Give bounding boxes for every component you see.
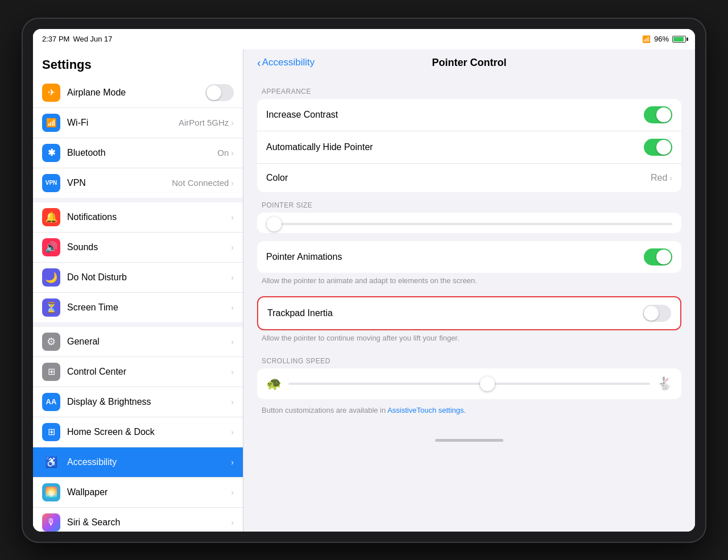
- sidebar-item-airplane[interactable]: ✈ Airplane Mode: [33, 78, 243, 108]
- general-label: General: [67, 337, 231, 347]
- pointer-animations-toggle[interactable]: [644, 248, 672, 266]
- color-label: Color: [266, 173, 651, 183]
- pointer-size-section-label: POINTER SIZE: [262, 201, 681, 209]
- color-row[interactable]: Color Red ›: [257, 164, 681, 192]
- wifi-label: Wi-Fi: [67, 118, 179, 128]
- wallpaper-chevron: ›: [231, 488, 234, 497]
- sidebar-item-screentime[interactable]: ⏳ Screen Time ›: [33, 293, 243, 322]
- color-value: Red ›: [651, 173, 672, 183]
- increase-contrast-row[interactable]: Increase Contrast: [257, 99, 681, 131]
- trackpad-inertia-section: Trackpad Inertia Allow the pointer to co…: [257, 296, 681, 348]
- battery-fill: [673, 37, 684, 42]
- homescreendock-icon: ⊞: [42, 423, 60, 441]
- screentime-chevron: ›: [231, 303, 234, 312]
- increase-contrast-toggle[interactable]: [644, 106, 672, 123]
- notifications-label: Notifications: [67, 212, 231, 222]
- pointer-animations-label: Pointer Animations: [266, 252, 644, 262]
- pointer-animations-card: Pointer Animations: [257, 241, 681, 273]
- trackpad-inertia-toggle[interactable]: [643, 305, 671, 322]
- status-bar: 2:37 PM Wed Jun 17 📶 96%: [33, 29, 695, 49]
- notifications-icon: 🔔: [42, 208, 60, 226]
- donotdisturb-chevron: ›: [231, 273, 234, 282]
- sidebar[interactable]: Settings ✈ Airplane Mode 📶: [33, 49, 243, 532]
- status-left: 2:37 PM Wed Jun 17: [42, 35, 113, 43]
- sounds-label: Sounds: [67, 242, 231, 252]
- color-chevron-icon: ›: [669, 173, 672, 182]
- scrolling-speed-card: 🐢 🐇: [257, 368, 681, 399]
- home-indicator: [243, 428, 695, 445]
- donotdisturb-icon: 🌙: [42, 268, 60, 287]
- scrolling-speed-slider[interactable]: [288, 383, 650, 385]
- back-label: Accessibility: [262, 57, 315, 68]
- sidebar-item-bluetooth[interactable]: ✱ Bluetooth On ›: [33, 138, 243, 168]
- sidebar-group-settings: ⚙ General › ⊞ Control Center ›: [33, 322, 243, 532]
- assistive-note: Button customizations are available in A…: [257, 399, 681, 414]
- scrolling-speed-track: [288, 383, 650, 385]
- bluetooth-chevron: ›: [231, 148, 234, 157]
- displaybrightness-icon: AA: [42, 393, 60, 411]
- airplane-label: Airplane Mode: [67, 88, 205, 98]
- date-display: Wed Jun 17: [73, 35, 112, 43]
- sounds-chevron: ›: [231, 243, 234, 252]
- time-display: 2:37 PM: [42, 35, 69, 43]
- sidebar-group-notifications: 🔔 Notifications › 🔊 Sounds ›: [33, 198, 243, 322]
- right-header: ‹ Accessibility Pointer Control: [243, 49, 695, 74]
- back-chevron-icon: ‹: [257, 56, 261, 69]
- trackpad-inertia-label: Trackpad Inertia: [267, 308, 643, 318]
- page-title: Pointer Control: [432, 57, 507, 69]
- right-panel: ‹ Accessibility Pointer Control APPEARAN…: [243, 49, 695, 532]
- sidebar-item-homescreendock[interactable]: ⊞ Home Screen & Dock ›: [33, 417, 243, 447]
- status-right: 📶 96%: [642, 35, 686, 43]
- sidebar-item-notifications[interactable]: 🔔 Notifications ›: [33, 202, 243, 233]
- pointer-animations-row[interactable]: Pointer Animations: [257, 241, 681, 273]
- speed-fast-icon: 🐇: [657, 376, 672, 391]
- auto-hide-pointer-label: Automatically Hide Pointer: [266, 142, 644, 152]
- vpn-label: VPN: [67, 178, 172, 188]
- sidebar-item-displaybrightness[interactable]: AA Display & Brightness ›: [33, 387, 243, 417]
- sidebar-item-wallpaper[interactable]: 🌅 Wallpaper ›: [33, 478, 243, 508]
- bluetooth-icon: ✱: [42, 144, 60, 162]
- battery-percent: 96%: [654, 35, 669, 43]
- battery-icon: [672, 36, 686, 43]
- accessibility-label: Accessibility: [67, 457, 231, 467]
- vpn-icon: VPN: [42, 174, 60, 192]
- appearance-card: Increase Contrast Automatically Hide Poi…: [257, 99, 681, 192]
- wifi-chevron: ›: [231, 118, 234, 127]
- pointer-size-thumb[interactable]: [267, 217, 282, 231]
- sidebar-item-wifi[interactable]: 📶 Wi-Fi AirPort 5GHz ›: [33, 108, 243, 138]
- assistive-touch-link[interactable]: AssistiveTouch settings.: [387, 406, 466, 414]
- sidebar-item-sounds[interactable]: 🔊 Sounds ›: [33, 233, 243, 263]
- color-text: Red: [651, 173, 667, 183]
- trackpad-inertia-row[interactable]: Trackpad Inertia: [258, 297, 680, 329]
- general-chevron: ›: [231, 337, 234, 346]
- sidebar-item-general[interactable]: ⚙ General ›: [33, 327, 243, 357]
- home-bar: [435, 439, 503, 442]
- trackpad-inertia-card: Trackpad Inertia: [257, 296, 681, 330]
- sidebar-item-vpn[interactable]: VPN VPN Not Connected ›: [33, 168, 243, 198]
- accessibility-chevron: ›: [231, 458, 234, 467]
- auto-hide-pointer-toggle[interactable]: [644, 139, 672, 156]
- sidebar-item-accessibility[interactable]: ♿ Accessibility ›: [33, 447, 243, 478]
- back-button[interactable]: ‹ Accessibility: [257, 56, 315, 69]
- sidebar-item-sirisearch[interactable]: 🎙 Siri & Search ›: [33, 508, 243, 532]
- wallpaper-label: Wallpaper: [67, 487, 231, 497]
- auto-hide-pointer-row[interactable]: Automatically Hide Pointer: [257, 131, 681, 164]
- accessibility-icon: ♿: [42, 453, 60, 471]
- battery-indicator: [672, 36, 686, 43]
- general-icon: ⚙: [42, 333, 60, 351]
- scrolling-speed-row: 🐢 🐇: [266, 376, 672, 391]
- airplane-icon: ✈: [42, 84, 60, 102]
- airplane-toggle[interactable]: [205, 84, 234, 101]
- controlcenter-label: Control Center: [67, 367, 231, 377]
- wifi-value: AirPort 5GHz: [179, 118, 229, 127]
- sidebar-item-donotdisturb[interactable]: 🌙 Do Not Disturb ›: [33, 263, 243, 293]
- sidebar-item-controlcenter[interactable]: ⊞ Control Center ›: [33, 357, 243, 387]
- scrolling-speed-thumb[interactable]: [480, 376, 495, 391]
- vpn-value: Not Connected: [172, 178, 229, 188]
- right-content: APPEARANCE Increase Contrast Automatical…: [243, 74, 695, 428]
- ipad-screen: 2:37 PM Wed Jun 17 📶 96% Settings: [33, 29, 695, 532]
- assistive-touch-link-text: AssistiveTouch settings.: [387, 406, 466, 414]
- vpn-chevron: ›: [231, 179, 234, 188]
- sirisearch-label: Siri & Search: [67, 517, 231, 528]
- bluetooth-label: Bluetooth: [67, 148, 217, 158]
